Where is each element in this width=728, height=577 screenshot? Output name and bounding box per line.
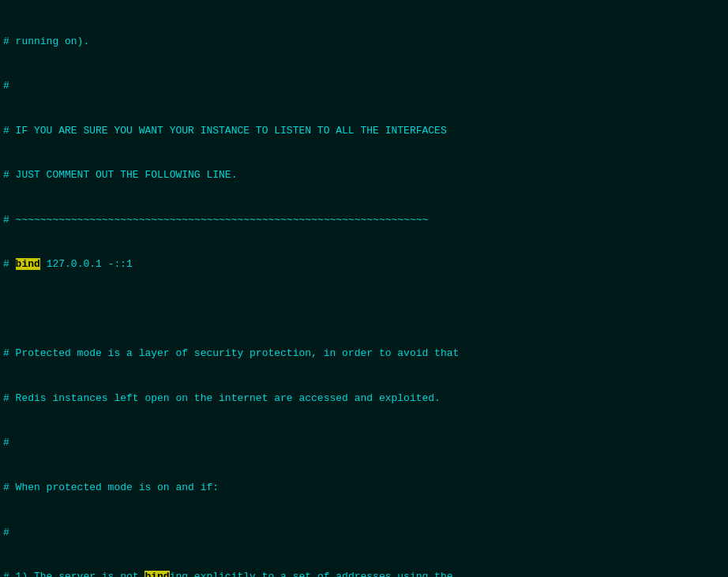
line-5: # ~~~~~~~~~~~~~~~~~~~~~~~~~~~~~~~~~~~~~~… <box>3 213 725 228</box>
line-10: # <box>3 436 725 451</box>
line-13: # 1) The server is not binding explicitl… <box>3 570 725 577</box>
line-4: # JUST COMMENT OUT THE FOLLOWING LINE. <box>3 168 725 183</box>
line-11: # When protected mode is on and if: <box>3 481 725 496</box>
bind-highlight-1: bind <box>16 258 40 270</box>
line-9: # Redis instances left open on the inter… <box>3 392 725 407</box>
bind-highlight-2: bind <box>144 571 169 577</box>
line-8: # Protected mode is a layer of security … <box>3 347 725 362</box>
line-12: # <box>3 526 725 541</box>
line-6: # bind 127.0.0.1 -::1 <box>3 257 725 272</box>
line-1: # running on). <box>3 35 725 50</box>
line-7 <box>3 302 725 317</box>
terminal: # running on). # # IF YOU ARE SURE YOU W… <box>0 0 728 577</box>
line-3: # IF YOU ARE SURE YOU WANT YOUR INSTANCE… <box>3 124 725 139</box>
line-2: # <box>3 79 725 94</box>
